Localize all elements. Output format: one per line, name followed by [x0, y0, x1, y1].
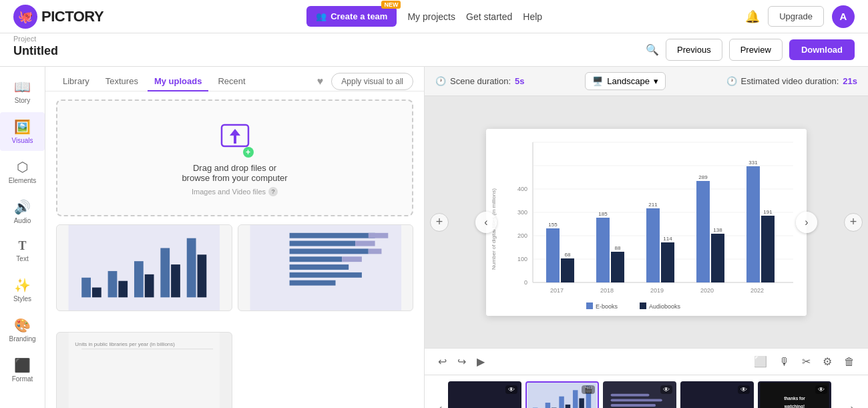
canvas-add-left-button[interactable]: + [430, 213, 449, 232]
sidebar-label-audio: Audio [14, 217, 31, 224]
upload-area[interactable]: + Drag and drop files or browse from you… [56, 99, 413, 216]
download-button[interactable]: Download [789, 39, 855, 60]
image-thumb-3[interactable]: Units in public libraries per year (in b… [56, 332, 232, 409]
svg-rect-56 [661, 242, 674, 282]
scene-badge-outro: 👁 [815, 385, 827, 394]
svg-text:2017: 2017 [550, 287, 564, 294]
svg-rect-86 [610, 394, 649, 397]
scissors-button[interactable]: ✂ [799, 353, 813, 371]
svg-text:191: 191 [763, 209, 773, 215]
elements-icon: ⬡ [17, 159, 28, 175]
help-icon[interactable]: ? [268, 187, 278, 196]
timeline-nav-right[interactable]: › [845, 398, 860, 408]
settings-button[interactable]: ⚙ [820, 353, 835, 371]
svg-text:Units in public libraries per : Units in public libraries per year (in b… [75, 341, 175, 347]
navbar: 🐙 PICTORY 👥 Create a team NEW My project… [0, 0, 868, 33]
favorites-icon[interactable]: ♥ [317, 75, 324, 87]
create-team-button[interactable]: 👥 Create a team NEW [306, 6, 397, 27]
sidebar-item-elements[interactable]: ⬡ Elements [0, 152, 45, 191]
est-duration: 🕐 Estimated video duration: 21s [726, 76, 857, 86]
tab-library[interactable]: Library [56, 72, 96, 91]
svg-text:68: 68 [565, 252, 571, 258]
upload-subtext: Images and Video files ? [192, 187, 278, 196]
undo-button[interactable]: ↩ [435, 353, 449, 371]
svg-rect-46 [546, 228, 560, 282]
sidebar-item-story[interactable]: 📖 Story [0, 72, 45, 111]
svg-rect-25 [368, 248, 381, 254]
page-title: Untitled [13, 44, 58, 65]
scene-duration-value[interactable]: 5s [515, 76, 524, 86]
apply-visual-button[interactable]: Apply visual to all [331, 73, 413, 90]
avatar[interactable]: A [832, 5, 855, 28]
image-thumb-1[interactable] [56, 224, 232, 311]
est-duration-value: 21s [843, 76, 857, 86]
canvas-nav-right-button[interactable]: › [796, 212, 817, 233]
scene-duration: 🕐 Scene duration: 5s [435, 76, 525, 86]
scene-item-outro[interactable]: thanks for watching! 👁 Outro scene [758, 381, 831, 408]
timeline-nav-left[interactable]: ‹ [433, 398, 448, 408]
outro-badge-icon: 👁 [818, 386, 825, 393]
upgrade-button[interactable]: Upgrade [768, 6, 824, 27]
caption-button[interactable]: ⬜ [751, 353, 770, 371]
play-button[interactable]: ▶ [474, 353, 487, 371]
sidebar-item-styles[interactable]: ✨ Styles [0, 270, 45, 309]
logo[interactable]: 🐙 PICTORY [13, 5, 103, 29]
sidebar-item-audio[interactable]: 🔊 Audio [0, 192, 45, 231]
scenes-row: 👁 Intro scene [448, 381, 845, 408]
sidebar-item-branding[interactable]: 🎨 Branding [0, 311, 45, 349]
canvas-nav-left-button[interactable]: ‹ [475, 212, 497, 233]
tab-recent[interactable]: Recent [211, 72, 252, 91]
visuals-icon: 🖼️ [14, 119, 31, 135]
dropdown-chevron-icon: ▾ [654, 76, 658, 86]
get-started-link[interactable]: Get started [466, 11, 512, 22]
canvas-add-right-button[interactable]: + [844, 213, 863, 232]
sidebar-item-format[interactable]: ⬛ Format [0, 351, 45, 389]
svg-rect-13 [187, 238, 196, 298]
team-icon: 👥 [316, 11, 327, 21]
canvas-bottom-bar: ↩ ↪ ▶ ⬜ 🎙 ✂ ⚙ 🗑 [425, 348, 868, 375]
app-body: 📖 Story 🖼️ Visuals ⬡ Elements 🔊 Audio T … [0, 67, 868, 408]
scene-item-1[interactable]: 🎬 Scene 1 [525, 381, 599, 408]
image-grid: Units in public libraries per year (in b… [45, 224, 424, 408]
search-icon[interactable]: 🔍 [646, 43, 659, 56]
orientation-label: Landscape [607, 76, 650, 86]
scene-item-3[interactable]: 👁 Scene 3 [680, 381, 754, 408]
svg-text:thanks for: thanks for [784, 396, 805, 401]
svg-rect-87 [610, 399, 662, 401]
sidebar-item-text[interactable]: T Text [0, 232, 45, 269]
svg-text:2022: 2022 [750, 287, 764, 294]
svg-rect-73 [640, 302, 646, 309]
svg-text:2020: 2020 [700, 287, 714, 294]
svg-rect-82 [573, 390, 578, 408]
scene-item-intro[interactable]: 👁 Intro scene [448, 381, 521, 408]
svg-rect-19 [289, 256, 342, 262]
branding-icon: 🎨 [14, 317, 31, 333]
tab-textures[interactable]: Textures [99, 72, 145, 91]
tab-my-uploads[interactable]: My uploads [148, 72, 209, 91]
svg-rect-18 [289, 248, 368, 254]
timer-icon: 🕐 [726, 76, 737, 86]
help-link[interactable]: Help [523, 11, 542, 22]
redo-button[interactable]: ↪ [455, 353, 469, 371]
sidebar-label-text: Text [16, 255, 28, 262]
my-projects-link[interactable]: My projects [407, 11, 455, 22]
image-thumb-2[interactable] [238, 224, 414, 311]
preview-button[interactable]: Preview [729, 39, 783, 61]
svg-rect-10 [145, 274, 154, 297]
svg-text:0: 0 [524, 279, 527, 286]
landscape-icon: 🖥️ [592, 76, 603, 86]
bell-icon[interactable]: 🔔 [745, 9, 760, 24]
scene-badge-1: 🎬 [582, 385, 595, 394]
logo-text: PICTORY [41, 8, 103, 25]
previous-button[interactable]: Previous [666, 39, 722, 61]
scene-item-2[interactable]: 👁 Scene 2 [603, 381, 676, 408]
top-actions: 🔍 Previous Preview Download [646, 39, 855, 61]
sidebar-item-visuals[interactable]: 🖼️ Visuals [0, 112, 45, 151]
delete-button[interactable]: 🗑 [841, 353, 857, 371]
orientation-select[interactable]: 🖥️ Landscape ▾ [585, 72, 666, 90]
scene-thumb-2: 👁 [603, 381, 676, 408]
scene-2-badge-icon: 👁 [663, 386, 670, 393]
mic-button[interactable]: 🎙 [777, 353, 793, 371]
logo-icon: 🐙 [13, 5, 37, 29]
svg-text:88: 88 [615, 245, 621, 251]
